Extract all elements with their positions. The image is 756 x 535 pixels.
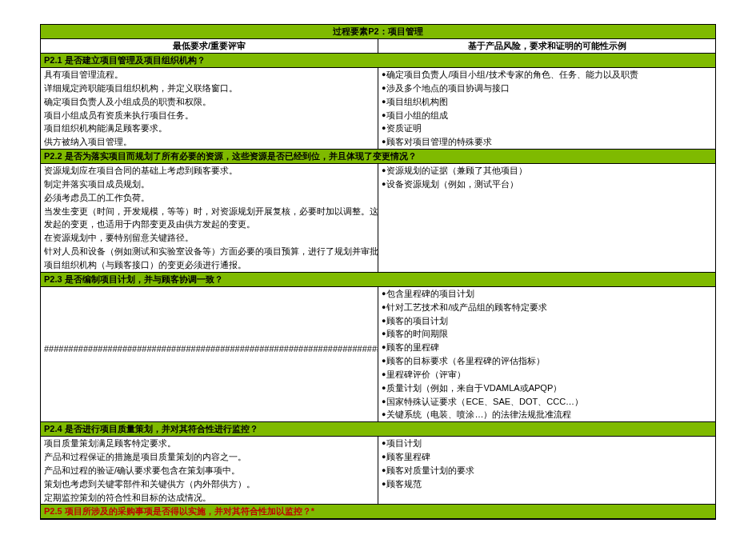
example-line: 里程碑评价（评审） (378, 368, 715, 381)
requirement-line: 当发生变更（时间，开发规模，等等）时，对资源规划开展复核，必要时加以调整。这既适… (41, 205, 378, 218)
section-left-cell: 具有项目管理流程。详细规定跨职能项目组织机构，并定义联络窗口。确定项目负责人及小… (41, 68, 378, 150)
requirement-line: 产品和过程的验证/确认要求要包含在策划事项中。 (41, 464, 378, 477)
section-right-cell: 资源规划的证据（兼顾了其他项目）设备资源规划（例如，测试平台） (378, 164, 716, 273)
section-title: P2.2 是否为落实项目而规划了所有必要的资源，这些资源是否已经到位，并且体现了… (41, 150, 715, 164)
column-header-left: 最低要求/重要评审 (41, 39, 378, 54)
example-line: 顾客规范 (378, 477, 715, 491)
requirement-line: 针对人员和设备（例如测试和实验室设备等）方面必要的项目预算，进行了规划并审批通过… (41, 245, 378, 258)
example-line: 质量计划（例如，来自于VDAMLA或APQP） (378, 381, 715, 395)
column-header-right: 基于产品风险，要求和证明的可能性示例 (378, 39, 716, 54)
section-left-cell: ########################################… (41, 286, 378, 421)
requirement-line: 供方被纳入项目管理。 (41, 135, 378, 149)
requirement-line: 发起的变更，也适用于内部变更及由供方发起的变更。 (41, 218, 378, 231)
example-line: 顾客对项目管理的特殊要求 (378, 135, 715, 149)
table-title: 过程要素P2：项目管理 (41, 25, 715, 39)
requirement-line: 确定项目负责人及小组成员的职责和权限。 (41, 95, 378, 109)
requirement-line: 策划也考虑到关键零部件和关键供方（内外部供方）。 (41, 477, 378, 491)
example-line: 针对工艺技术和/或产品组的顾客特定要求 (378, 301, 715, 314)
requirement-line: 详细规定跨职能项目组织机构，并定义联络窗口。 (41, 82, 378, 95)
requirement-line: 产品和过程保证的措施是项目质量策划的内容之一。 (41, 450, 378, 464)
example-line: 资质证明 (378, 122, 715, 135)
requirement-line: 项目小组成员有资质来执行项目任务。 (41, 109, 378, 122)
example-line: 项目小组的组成 (378, 109, 715, 122)
example-line: 顾客的项目计划 (378, 314, 715, 328)
example-line: 顾客的目标要求（各里程碑的评估指标） (378, 354, 715, 368)
audit-table: 过程要素P2：项目管理 最低要求/重要评审 基于产品风险，要求和证明的可能性示例… (41, 25, 715, 519)
example-line: 设备资源规划（例如，测试平台） (378, 178, 715, 191)
example-line: 确定项目负责人/项目小组/技术专家的角色、任务、能力以及职责 (378, 68, 715, 82)
requirement-line: 具有项目管理流程。 (41, 68, 378, 82)
example-line: 关键系统（电装、喷涂…）的法律法规批准流程 (378, 408, 715, 421)
example-line: 项目计划 (378, 437, 715, 450)
requirement-line: 资源规划应在项目合同的基础上考虑到顾客要求。 (41, 164, 378, 178)
section-left-cell: 资源规划应在项目合同的基础上考虑到顾客要求。制定并落实项目成员规划。必须考虑员工… (41, 164, 378, 273)
requirement-line: 项目组织机构（与顾客接口）的变更必须进行通报。 (41, 258, 378, 272)
section-right-cell: 包含里程碑的项目计划针对工艺技术和/或产品组的顾客特定要求顾客的项目计划顾客的时… (378, 286, 716, 421)
example-line: 顾客的时间期限 (378, 327, 715, 341)
requirement-line: 制定并落实项目成员规划。 (41, 178, 378, 191)
requirement-line: 定期监控策划的符合性和目标的达成情况。 (41, 491, 378, 505)
section-right-cell: 项目计划顾客里程碑顾客对质量计划的要求顾客规范 (378, 437, 716, 505)
hash-filler: ########################################… (41, 287, 378, 356)
example-line: 项目组织机构图 (378, 95, 715, 109)
requirement-line: 在资源规划中，要特别留意关键路径。 (41, 231, 378, 245)
example-line: 顾客对质量计划的要求 (378, 464, 715, 477)
section-title: P2.4 是否进行项目质量策划，并对其符合性进行监控？ (41, 422, 715, 437)
section-left-cell: 项目质量策划满足顾客特定要求。产品和过程保证的措施是项目质量策划的内容之一。产品… (41, 437, 378, 505)
requirement-line: 项目质量策划满足顾客特定要求。 (41, 437, 378, 450)
section-title: P2.1 是否建立项目管理及项目组织机构？ (41, 54, 715, 68)
example-line: 涉及多个地点的项目协调与接口 (378, 82, 715, 95)
section-title: P2.5 项目所涉及的采购事项是否得以实施，并对其符合性加以监控？* (41, 505, 715, 519)
example-line: 资源规划的证据（兼顾了其他项目） (378, 164, 715, 178)
requirement-line: 项目组织机构能满足顾客要求。 (41, 122, 378, 135)
requirement-line: 必须考虑员工的工作负荷。 (41, 191, 378, 205)
example-line: 顾客的里程碑 (378, 341, 715, 354)
example-line: 顾客里程碑 (378, 450, 715, 464)
example-line: 包含里程碑的项目计划 (378, 287, 715, 301)
example-line: 国家特殊认证要求（ECE、SAE、DOT、CCC…） (378, 395, 715, 409)
section-right-cell: 确定项目负责人/项目小组/技术专家的角色、任务、能力以及职责涉及多个地点的项目协… (378, 68, 716, 150)
section-title: P2.3 是否编制项目计划，并与顾客协调一致？ (41, 272, 715, 286)
